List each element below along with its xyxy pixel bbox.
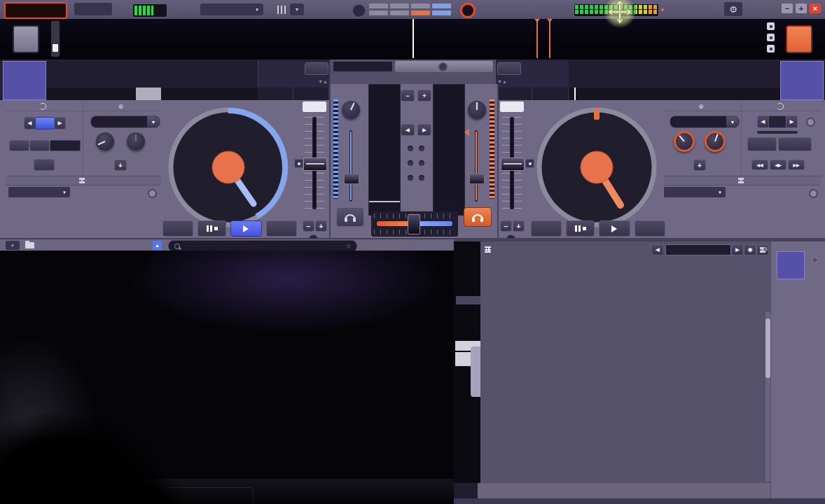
loop-double-button[interactable]: ▶: [54, 117, 66, 130]
mute-b-toggle[interactable]: [419, 175, 424, 181]
pitch-minus-button[interactable]: −: [500, 220, 512, 232]
prev-bank-button[interactable]: ◀: [651, 244, 664, 255]
zoom-in-button[interactable]: +: [417, 90, 431, 102]
channel-fader-b[interactable]: [469, 130, 483, 202]
save-button[interactable]: [9, 140, 29, 151]
deck-b-album-art[interactable]: [780, 61, 824, 100]
maximize-button[interactable]: +: [796, 4, 807, 13]
browser-collapse-button[interactable]: +: [6, 241, 20, 250]
effect-knob-2[interactable]: [127, 132, 145, 150]
pitch-fader[interactable]: [305, 117, 324, 209]
tap-button[interactable]: [305, 62, 328, 75]
channel-fader-a[interactable]: [344, 130, 358, 202]
loop-back-button[interactable]: ◀◀: [751, 160, 768, 170]
scratch-wave-a[interactable]: [368, 84, 401, 216]
headphone-a-button[interactable]: [336, 207, 364, 227]
rec-button[interactable]: [34, 159, 55, 171]
pads-mode-select[interactable]: ▼: [8, 187, 70, 197]
minimize-button[interactable]: −: [782, 4, 793, 13]
mixer-search-bar[interactable]: [333, 62, 392, 71]
sync-button[interactable]: [635, 220, 665, 237]
eq-dropdown-button[interactable]: ▼: [290, 4, 304, 15]
beat-counter-badge[interactable]: [352, 4, 366, 18]
position-bar[interactable]: [390, 10, 409, 15]
loop-length-value[interactable]: [35, 117, 55, 130]
wave-option-button[interactable]: [767, 22, 775, 30]
gain-knob-b[interactable]: [468, 101, 486, 119]
sampler-options-button[interactable]: ✱: [744, 244, 756, 255]
settings-button[interactable]: ⚙: [724, 2, 742, 16]
effect-knob-1[interactable]: [96, 132, 114, 150]
close-button[interactable]: ×: [810, 4, 821, 13]
deck-a-album-art[interactable]: [3, 61, 46, 100]
loop-double-button[interactable]: ▶: [786, 115, 798, 128]
equalizer-icon[interactable]: [277, 6, 286, 14]
sidebar-dot-button[interactable]: [812, 257, 818, 263]
sandbox-button[interactable]: [395, 61, 493, 72]
position-bar[interactable]: [390, 4, 409, 8]
pads-record-button[interactable]: [809, 189, 818, 198]
tap-button[interactable]: [497, 62, 521, 75]
pitch-handle[interactable]: [501, 158, 525, 171]
slider-handle[interactable]: [53, 44, 58, 52]
position-bar[interactable]: [411, 10, 430, 15]
deck-b-jog-wheel[interactable]: [535, 106, 658, 229]
loop-half-button[interactable]: ◀: [757, 115, 769, 128]
pitch-fader[interactable]: [502, 117, 522, 209]
stutter-button[interactable]: [566, 220, 595, 237]
mute-a-toggle[interactable]: [408, 175, 413, 181]
pitch-plus-button[interactable]: +: [513, 220, 525, 232]
pitch-minus-button[interactable]: −: [303, 220, 314, 232]
crossfader-handle[interactable]: [408, 214, 420, 234]
zoom-out-button[interactable]: −: [401, 90, 415, 102]
next-bank-button[interactable]: ▶: [731, 244, 744, 255]
sampler-scrollbar[interactable]: [765, 312, 770, 482]
sync-button[interactable]: [266, 220, 297, 237]
pads-record-button[interactable]: [148, 189, 157, 198]
key-match-icon[interactable]: ▼▲: [318, 79, 328, 84]
position-bar[interactable]: [432, 4, 451, 8]
deck-a-badge[interactable]: [13, 25, 39, 53]
clear-search-icon[interactable]: ⊙: [346, 243, 351, 249]
position-bar[interactable]: [432, 10, 451, 15]
deck-b-badge[interactable]: [786, 25, 812, 53]
effect-select[interactable]: ▼: [90, 115, 160, 128]
headphone-b-button[interactable]: [464, 207, 492, 227]
wave-option-button[interactable]: [767, 45, 775, 52]
gain-knob-a[interactable]: [342, 101, 360, 119]
position-bar[interactable]: [369, 10, 388, 15]
position-bar[interactable]: [369, 4, 388, 8]
wave-option-button[interactable]: [767, 34, 775, 41]
layout-select[interactable]: ▼: [200, 4, 263, 15]
crossfader[interactable]: [371, 211, 458, 237]
cue-button[interactable]: [162, 220, 193, 237]
clone-left-button[interactable]: ◀: [401, 124, 415, 136]
key-match-icon[interactable]: ▼▲: [497, 79, 507, 84]
effect-select[interactable]: ▼: [670, 115, 740, 128]
loop-out-button[interactable]: [778, 137, 812, 151]
effect-knob-1[interactable]: [674, 131, 695, 152]
clone-right-button[interactable]: ▶: [417, 124, 431, 136]
loop-half-button[interactable]: ◀: [24, 117, 36, 130]
scratch-wave-b[interactable]: [433, 84, 465, 216]
position-bar[interactable]: [411, 4, 430, 8]
wave-zoom-slider[interactable]: [51, 21, 60, 57]
memory-field[interactable]: [50, 140, 81, 151]
pitch-handle[interactable]: [303, 158, 327, 171]
pitch-plus-button[interactable]: +: [315, 220, 327, 232]
effect-add-button[interactable]: +: [114, 160, 127, 171]
slip-a-toggle[interactable]: [408, 146, 413, 151]
beatlock-b-toggle[interactable]: [419, 160, 424, 166]
deck-a-overview-wave[interactable]: [46, 88, 258, 100]
fader-handle[interactable]: [344, 174, 359, 184]
deck-b-pads-header[interactable]: [664, 176, 821, 186]
fader-handle[interactable]: [469, 174, 485, 184]
play-button[interactable]: [230, 220, 261, 237]
filelist-column-header[interactable]: [456, 296, 480, 304]
loop-in-button[interactable]: [747, 137, 777, 151]
loop-move-button[interactable]: ◀▶: [770, 160, 786, 170]
deck-a-pads-header[interactable]: [6, 176, 161, 186]
cue-button[interactable]: [531, 220, 562, 237]
slip-b-toggle[interactable]: [419, 146, 424, 151]
collapse-tree-button[interactable]: ▲: [153, 241, 162, 250]
